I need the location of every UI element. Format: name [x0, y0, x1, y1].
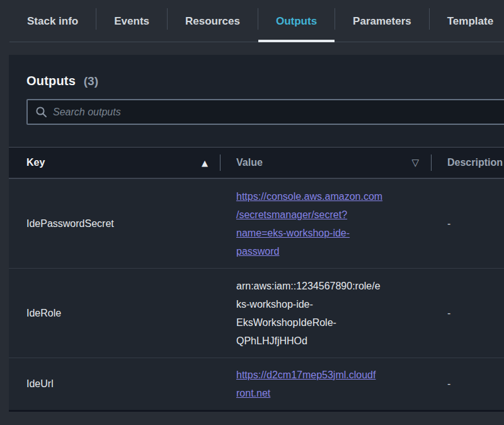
tab-label: Resources: [185, 15, 240, 28]
output-value-link[interactable]: https://d2cm17mep53jml.cloudf ront.net: [236, 366, 375, 402]
column-label: Description: [447, 157, 504, 168]
table-row: IdeUrl https://d2cm17mep53jml.cloudf ron…: [9, 358, 504, 410]
output-key: IdeRole: [9, 269, 220, 358]
tab-parameters[interactable]: Parameters: [335, 0, 429, 42]
column-header-key[interactable]: Key ▲: [9, 148, 220, 178]
tab-label: Outputs: [276, 15, 317, 28]
sort-indicator-icon: ▽: [411, 157, 419, 168]
column-label: Value: [236, 157, 411, 168]
column-label: Key: [26, 157, 202, 168]
cloudformation-stack-screen: Stack info Events Resources Outputs Para…: [0, 0, 504, 425]
tab-resources[interactable]: Resources: [168, 0, 258, 42]
output-value-cell: https://d2cm17mep53jml.cloudf ront.net: [220, 358, 432, 410]
search-outputs-box[interactable]: [26, 99, 504, 125]
outputs-panel: Outputs (3) Key ▲ Value: [9, 55, 504, 412]
stack-detail-tabs: Stack info Events Resources Outputs Para…: [0, 0, 504, 42]
output-description: -: [432, 179, 504, 268]
output-description: -: [432, 358, 504, 410]
table-row: IdeRole arn:aws:iam::1234567890:role/e k…: [9, 268, 504, 358]
output-value-cell: arn:aws:iam::1234567890:role/e ks-worksh…: [220, 269, 432, 358]
tab-events[interactable]: Events: [96, 0, 167, 42]
output-value-text: arn:aws:iam::1234567890:role/e ks-worksh…: [236, 277, 381, 350]
tab-label: Events: [114, 15, 149, 28]
content-wrapper: Stack info Events Resources Outputs Para…: [0, 0, 504, 412]
outputs-count-badge: (3): [84, 74, 98, 88]
table-row: IdePasswordSecret https://console.aws.am…: [9, 178, 504, 268]
column-header-description[interactable]: Description: [432, 148, 504, 178]
tab-stack-info[interactable]: Stack info: [9, 0, 96, 42]
output-key: IdeUrl: [9, 358, 220, 410]
tab-template[interactable]: Template: [430, 0, 504, 42]
panel-title-row: Outputs (3): [26, 71, 504, 89]
outputs-panel-header: Outputs (3): [9, 55, 504, 147]
sort-ascending-icon: ▲: [202, 158, 208, 168]
search-icon: [35, 106, 47, 118]
search-input[interactable]: [53, 107, 504, 118]
output-key: IdePasswordSecret: [9, 179, 220, 268]
column-header-value[interactable]: Value ▽: [220, 148, 432, 178]
tab-label: Parameters: [353, 15, 411, 28]
output-value-link[interactable]: https://console.aws.amazon.com /secretsm…: [236, 187, 382, 260]
tab-label: Template: [447, 15, 493, 28]
tab-outputs[interactable]: Outputs: [258, 0, 335, 42]
tab-label: Stack info: [27, 15, 78, 28]
panel-title: Outputs: [26, 74, 76, 88]
output-value-cell: https://console.aws.amazon.com /secretsm…: [220, 179, 432, 268]
output-description: -: [432, 269, 504, 358]
outputs-table-header: Key ▲ Value ▽ Description: [9, 147, 504, 178]
